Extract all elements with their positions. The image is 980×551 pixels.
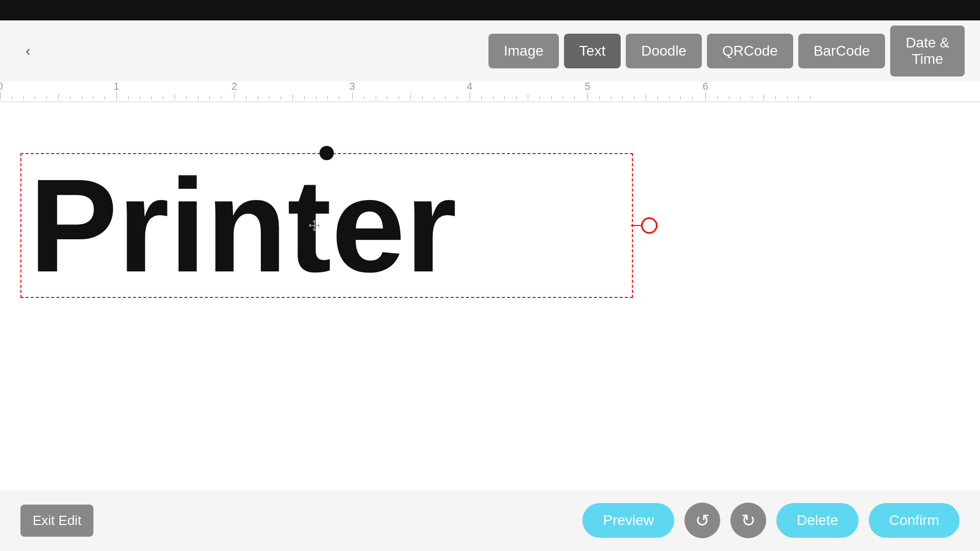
- ruler-subtick: [376, 96, 376, 99]
- ruler-subtick: [316, 96, 316, 99]
- ruler-subtick: [680, 96, 681, 99]
- ruler-subtick: [23, 96, 24, 99]
- ruler-subtick: [764, 94, 764, 99]
- ruler-subtick: [327, 96, 328, 99]
- back-button[interactable]: ‹: [15, 38, 41, 64]
- ruler-subtick: [246, 96, 247, 99]
- ruler-subtick: [493, 96, 494, 99]
- preview-button[interactable]: Preview: [582, 503, 674, 538]
- ruler-subtick: [35, 96, 35, 99]
- ruler-subtick: [646, 94, 646, 99]
- exit-edit-button[interactable]: Exit Edit: [20, 505, 93, 537]
- ruler-subtick: [740, 96, 741, 99]
- undo-icon: [695, 510, 709, 531]
- ruler-subtick: [364, 96, 364, 99]
- ruler-subtick: [292, 94, 293, 99]
- ruler-subtick: [657, 96, 658, 99]
- ruler-subtick: [58, 94, 59, 99]
- bottom-left: Exit Edit: [20, 505, 93, 537]
- ruler-subtick: [422, 96, 423, 99]
- ruler-subtick: [269, 96, 270, 99]
- ruler-subtick: [198, 96, 199, 99]
- confirm-button[interactable]: Confirm: [869, 503, 960, 538]
- ruler-subtick: [717, 96, 718, 99]
- top-bar: [0, 0, 980, 20]
- text-element-text: Printer: [21, 154, 632, 297]
- ruler-subtick: [105, 96, 105, 99]
- barcode-button[interactable]: BarCode: [798, 34, 886, 68]
- ruler-subtick: [304, 96, 305, 99]
- undo-button[interactable]: [684, 503, 720, 538]
- ruler-subtick: [599, 96, 600, 99]
- ruler-subtick: [163, 96, 163, 99]
- handle-right-middle[interactable]: [641, 217, 657, 234]
- ruler-subtick: [70, 96, 70, 99]
- ruler-subtick: [410, 94, 411, 99]
- ruler-subtick: [729, 96, 729, 99]
- ruler-subtick: [787, 96, 788, 99]
- ruler-subtick: [540, 96, 540, 99]
- image-button[interactable]: Image: [488, 34, 559, 68]
- ruler-subtick: [82, 96, 82, 99]
- ruler-subtick: [339, 96, 339, 99]
- ruler-subtick: [221, 96, 222, 99]
- qrcode-button[interactable]: QRCode: [707, 34, 793, 68]
- ruler-subtick: [551, 96, 552, 99]
- ruler-subtick: [692, 96, 693, 99]
- ruler-subtick: [562, 96, 563, 99]
- ruler-subtick: [669, 96, 670, 99]
- canvas-area: Printer: [0, 102, 980, 490]
- ruler-subtick: [574, 96, 575, 99]
- ruler-subtick: [504, 96, 505, 99]
- ruler-subtick: [445, 96, 446, 99]
- datetime-button[interactable]: Date &Time: [890, 26, 965, 77]
- ruler-subtick: [434, 96, 434, 99]
- toolbar-buttons: Image Text Doodle QRCode BarCode Date &T…: [488, 26, 965, 77]
- ruler-subtick: [387, 96, 387, 99]
- ruler-subtick: [457, 96, 457, 99]
- ruler-subtick: [611, 96, 611, 99]
- ruler: 0123456: [0, 82, 980, 102]
- ruler-subtick: [810, 96, 811, 99]
- ruler-subtick: [528, 94, 528, 99]
- ruler-subtick: [209, 96, 210, 99]
- ruler-subtick: [516, 96, 517, 99]
- ruler-subtick: [634, 96, 634, 99]
- doodle-button[interactable]: Doodle: [626, 34, 702, 68]
- ruler-subtick: [258, 96, 258, 99]
- bottom-toolbar: Exit Edit Preview Delete Confirm: [0, 490, 980, 551]
- ruler-subtick: [775, 96, 776, 99]
- ruler-subtick: [12, 96, 12, 99]
- ruler-subtick: [481, 96, 482, 99]
- header: ‹ Image Text Doodle QRCode BarCode Date …: [0, 20, 980, 82]
- ruler-subtick: [140, 96, 140, 99]
- text-button[interactable]: Text: [564, 34, 621, 68]
- ruler-subtick: [46, 96, 47, 99]
- ruler-inner: 0123456: [0, 82, 980, 99]
- ruler-subtick: [151, 96, 152, 99]
- handle-top-center[interactable]: [320, 146, 334, 160]
- ruler-subtick: [752, 96, 752, 99]
- redo-button[interactable]: [730, 503, 766, 538]
- redo-icon: [741, 510, 755, 531]
- ruler-subtick: [128, 96, 129, 99]
- ruler-subtick: [93, 96, 93, 99]
- ruler-subtick: [622, 96, 623, 99]
- ruler-subtick: [281, 96, 281, 99]
- ruler-subtick: [186, 96, 187, 99]
- ruler-subtick: [175, 94, 175, 99]
- ruler-subtick: [798, 96, 799, 99]
- selection-box: Printer: [20, 153, 633, 298]
- text-element-wrapper[interactable]: Printer: [20, 153, 633, 298]
- delete-button[interactable]: Delete: [776, 503, 859, 538]
- ruler-subtick: [399, 96, 399, 99]
- bottom-right: Preview Delete Confirm: [582, 503, 960, 538]
